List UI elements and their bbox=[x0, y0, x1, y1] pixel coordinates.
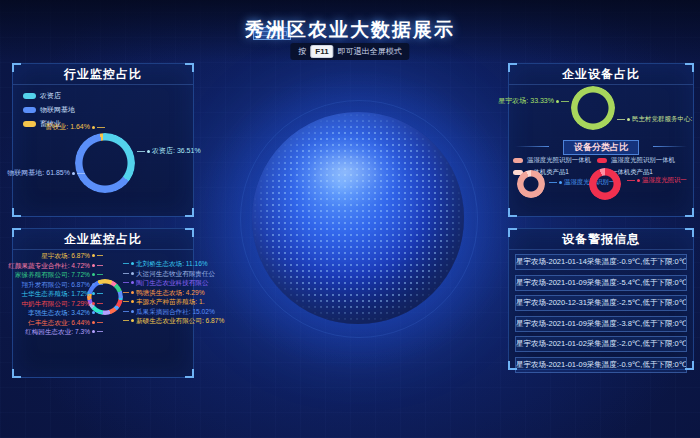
corner-decoration bbox=[685, 228, 694, 237]
chart-callout: 仁丰生态农业: 6.44% bbox=[15, 319, 103, 326]
category-donut-left[interactable] bbox=[517, 170, 545, 198]
panel-enterprise-monitor: 企业监控占比 星宇农场: 6.87% 红颜果蔬专业合作社: 4.72% 家缘养殖… bbox=[12, 228, 194, 378]
corner-decoration bbox=[508, 63, 517, 72]
category-donut-right[interactable] bbox=[589, 168, 621, 200]
alarm-row: 星宇农场-2021-01-09采集温度:-5.4℃,低于下限:0℃ bbox=[515, 275, 687, 291]
chart-callout: 丰源水产种苗养殖场: 1. bbox=[123, 298, 193, 305]
globe-graphic bbox=[252, 112, 464, 324]
corner-decoration bbox=[185, 208, 194, 217]
chart-callout: 温湿度光照识一 bbox=[627, 176, 687, 185]
corner-decoration bbox=[12, 63, 21, 72]
corner-decoration bbox=[508, 228, 517, 237]
enterprise-left-labels: 星宇农场: 6.87% 红颜果蔬专业合作社: 4.72% 家缘养殖有限公司: 7… bbox=[15, 252, 103, 335]
chart-callout: 新硕生态农业有限公司: 6.87% bbox=[123, 317, 193, 324]
legend-swatch bbox=[513, 158, 523, 163]
chart-callout: 鸭塘浜生态农场: 4.29% bbox=[123, 289, 193, 296]
chart-callout: 红梅园生态农业: 7.3% bbox=[15, 328, 103, 335]
chart-callout: 大运河生态牧业有限责任公 bbox=[123, 270, 193, 277]
chart-callout: 北刘桥生态农场: 11.16% bbox=[123, 260, 193, 267]
dashboard: 秀洲区农业大数据展示 按 F11 即可退出全屏模式 行业监控占比 农资店 物联网… bbox=[0, 0, 700, 438]
chart-callout: 家缘养殖有限公司: 7.72% bbox=[15, 271, 103, 278]
legend-label: 温湿度光照识别一体机 bbox=[611, 156, 675, 165]
device-donut-chart[interactable] bbox=[571, 86, 615, 130]
alarm-row: 星宇农场-2020-12-31采集温度:-2.5℃,低于下限:0℃ bbox=[515, 295, 687, 311]
chart-callout: 中奶牛有限公司: 7.29% bbox=[15, 300, 103, 307]
chart-callout-iot: 物联网基地: 61.85% bbox=[13, 168, 85, 178]
legend-swatch bbox=[597, 158, 607, 163]
corner-decoration bbox=[12, 228, 21, 237]
fullscreen-hint: 按 F11 即可退出全屏模式 bbox=[290, 43, 409, 60]
corner-decoration bbox=[185, 228, 194, 237]
panel-enterprise-device: 企业设备占比 星宇农场: 33.33% 民主村党群服务中心: 设备分类占比 温湿… bbox=[508, 63, 694, 217]
industry-donut-chart[interactable] bbox=[75, 133, 135, 193]
legend-label: 物联网基地 bbox=[40, 105, 75, 115]
legend-item[interactable]: 农资店 bbox=[23, 91, 75, 101]
corner-decoration bbox=[185, 369, 194, 378]
legend-item[interactable]: 物联网基地 bbox=[23, 105, 75, 115]
legend-label: 温湿度光照识别一体机 bbox=[527, 156, 591, 165]
chart-callout-livestock: 畜牧业: 1.64% bbox=[13, 122, 105, 132]
enterprise-right-labels: 北刘桥生态农场: 11.16% 大运河生态牧业有限责任公 陶门生态农业科技有限公… bbox=[123, 260, 193, 324]
panel-industry-monitor: 行业监控占比 农资店 物联网基地 畜牧业 畜牧业: 1.64% 农资店: 36.… bbox=[12, 63, 194, 217]
corner-decoration bbox=[685, 63, 694, 72]
panel-device-alarms: 设备警报信息 星宇农场-2021-01-14采集温度:-0.9℃,低于下限:0℃… bbox=[508, 228, 694, 370]
chart-callout: 陶门生态农业科技有限公 bbox=[123, 279, 193, 286]
alarm-row: 星宇农场-2021-01-14采集温度:-0.9℃,低于下限:0℃ bbox=[515, 254, 687, 270]
banner-line bbox=[653, 146, 687, 147]
legend-swatch bbox=[23, 107, 36, 113]
panel-title: 设备警报信息 bbox=[509, 229, 693, 250]
device-category-title: 设备分类占比 bbox=[563, 140, 639, 155]
corner-decoration bbox=[685, 208, 694, 217]
corner-decoration bbox=[508, 361, 517, 370]
chart-callout-center: 民主村党群服务中心: bbox=[617, 115, 692, 124]
f11-key-badge: F11 bbox=[310, 45, 333, 58]
corner-decoration bbox=[12, 208, 21, 217]
chart-callout: 翔升发有限公司: 6.87% bbox=[15, 281, 103, 288]
page-title: 秀洲区农业大数据展示 bbox=[0, 17, 700, 43]
alarm-row: 星宇农场-2021-01-02采集温度:-2.0℃,低于下限:0℃ bbox=[515, 336, 687, 352]
corner-decoration bbox=[12, 369, 21, 378]
chart-callout: 红颜果蔬专业合作社: 4.72% bbox=[15, 262, 103, 269]
chart-callout-store: 农资店: 36.51% bbox=[137, 146, 201, 156]
chart-callout: 士华生态养殖场: 1.72% bbox=[15, 290, 103, 297]
corner-decoration bbox=[185, 63, 194, 72]
alarm-row: 星宇农场-2021-01-09采集温度:-0.9℃,低于下限:0℃ bbox=[515, 357, 687, 373]
corner-decoration bbox=[508, 208, 517, 217]
legend-label: 农资店 bbox=[40, 91, 61, 101]
panel-title: 企业设备占比 bbox=[509, 64, 693, 85]
panel-title: 企业监控占比 bbox=[13, 229, 193, 250]
legend-item[interactable]: 温湿度光照识别一体机 bbox=[513, 156, 591, 165]
alarm-list: 星宇农场-2021-01-14采集温度:-0.9℃,低于下限:0℃ 星宇农场-2… bbox=[509, 250, 693, 373]
globe-highlight bbox=[252, 112, 464, 324]
banner-line bbox=[515, 146, 549, 147]
chart-callout-farm: 星宇农场: 33.33% bbox=[511, 96, 569, 106]
panel-title: 行业监控占比 bbox=[13, 64, 193, 85]
chart-callout: 瓜果采摘园合作社: 15.02% bbox=[123, 308, 193, 315]
legend-item[interactable]: 温湿度光照识别一体机 bbox=[597, 156, 675, 165]
chart-callout: 李强生态农场: 3.42% bbox=[15, 309, 103, 316]
chart-callout: 星宇农场: 6.87% bbox=[15, 252, 103, 259]
hint-prefix: 按 bbox=[298, 46, 306, 57]
alarm-row: 星宇农场-2021-01-09采集温度:-3.8℃,低于下限:0℃ bbox=[515, 316, 687, 332]
legend-swatch bbox=[23, 93, 36, 99]
hint-suffix: 即可退出全屏模式 bbox=[338, 46, 402, 57]
corner-decoration bbox=[685, 361, 694, 370]
